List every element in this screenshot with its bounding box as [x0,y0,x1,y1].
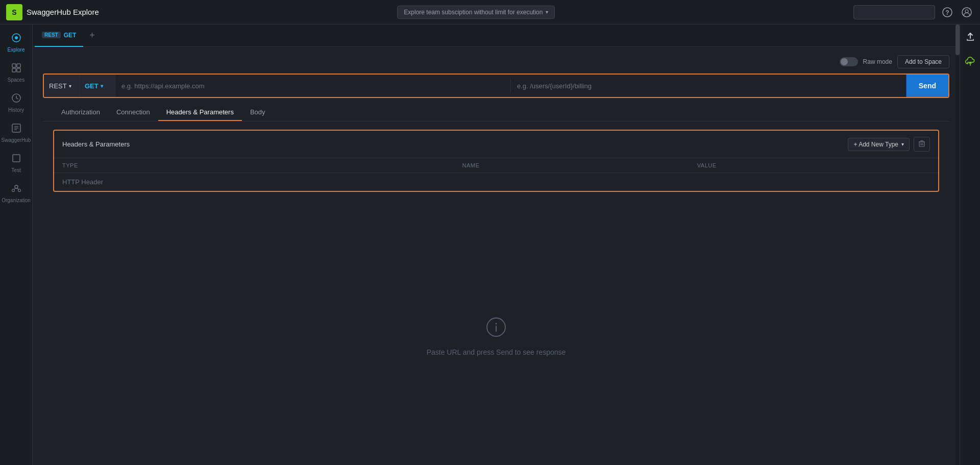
add-new-type-button[interactable]: + Add New Type ▾ [848,138,910,151]
sidebar-item-explore-label: Explore [8,47,25,53]
tab-rest-badge: REST [42,32,61,38]
user-button[interactable] [960,5,974,19]
svg-rect-7 [17,64,20,67]
app-title: SwaggerHub Explore [27,8,99,16]
response-text: Paste URL and press Send to see response [427,348,566,356]
topbar-center: Explore team subsciption without limit f… [105,6,847,19]
svg-point-27 [496,323,497,325]
svg-rect-15 [13,155,20,162]
add-to-space-button[interactable]: Add to Space [897,55,949,68]
request-area: Raw mode Add to Space REST ▾ GET ▾ Send [33,47,960,208]
scrollbar-thumb[interactable] [955,25,960,55]
response-icon [486,317,506,342]
svg-point-16 [15,185,18,188]
col-value: Value [689,158,938,173]
svg-rect-8 [12,68,16,72]
help-button[interactable]: ? [940,5,954,19]
cloud-icon[interactable] [962,54,978,72]
sidebar-item-history[interactable]: History [2,89,31,117]
topbar-right: ? [853,5,974,19]
method-dropdown[interactable]: GET ▾ [80,75,115,97]
url-input[interactable] [115,75,510,97]
logo-icon: S [6,4,22,20]
help-icon: ? [942,7,952,17]
search-input-topbar[interactable] [853,5,935,19]
sidebar-item-spaces[interactable]: Spaces [2,59,31,87]
row-type: HTTP Header [54,173,454,191]
logo-letter: S [12,8,16,16]
tab-body[interactable]: Body [242,104,274,121]
svg-point-17 [12,189,14,192]
sidebar-item-organization-label: Organization [2,198,31,203]
svg-rect-6 [12,64,16,67]
tabs-bar: REST GET + [33,25,960,47]
sidebar-item-organization[interactable]: Organization [2,179,31,207]
protocol-selected: REST [49,82,67,90]
delete-button[interactable] [914,137,930,152]
col-name: Name [454,158,689,173]
method-chevron-icon: ▾ [101,83,103,89]
tab-authorization[interactable]: Authorization [53,104,108,121]
tab-headers-params[interactable]: Headers & Parameters [158,104,242,121]
path-input[interactable] [511,75,906,97]
response-area: Paste URL and press Send to see response [33,208,960,465]
raw-mode-toggle[interactable] [840,57,858,66]
right-edge [960,25,980,465]
scrollbar-track[interactable] [955,25,960,465]
table-row: HTTP Header [54,173,938,191]
sidebar-item-swaggerhub-label: SwaggerHub [2,137,31,143]
add-type-chevron-icon: ▾ [901,141,904,147]
organization-icon [11,183,21,196]
tab-method-label: GET [64,32,77,39]
sidebar-item-history-label: History [8,107,24,113]
sidebar-item-test-label: Test [11,167,20,173]
logo: S SwaggerHub Explore [6,4,99,20]
add-new-type-label: + Add New Type [853,141,898,148]
explore-icon [11,33,21,45]
raw-mode-label: Raw mode [863,58,892,65]
params-table: Type Name Value HTTP Header [54,158,938,191]
main-content: REST GET + Raw mode Add to Space REST ▾ … [33,25,960,465]
svg-rect-20 [920,140,923,141]
sidebar-item-explore[interactable]: Explore [2,29,31,57]
swaggerhub-icon [11,123,21,136]
panel-actions: + Add New Type ▾ [848,137,930,152]
main-layout: Explore Spaces History [0,25,980,465]
sidebar-item-test[interactable]: Test [2,149,31,177]
panel-title: Headers & Parameters [62,140,130,148]
col-type: Type [54,158,454,173]
subscription-badge[interactable]: Explore team subsciption without limit f… [397,6,555,19]
add-tab-button[interactable]: + [83,30,101,41]
protocol-dropdown[interactable]: REST ▾ [44,75,80,97]
sidebar-item-spaces-label: Spaces [8,77,24,83]
svg-point-3 [965,10,968,13]
svg-text:?: ? [945,9,949,16]
row-name [454,173,689,191]
send-button[interactable]: Send [906,75,948,97]
trash-icon [918,140,925,147]
spaces-icon [11,63,21,76]
chevron-down-icon: ▾ [546,9,548,15]
sidebar: Explore Spaces History [0,25,33,465]
panel-header: Headers & Parameters + Add New Type ▾ [54,131,938,158]
tab-connection[interactable]: Connection [108,104,158,121]
subscription-text: Explore team subsciption without limit f… [404,9,543,16]
topbar: S SwaggerHub Explore Explore team subsci… [0,0,980,25]
protocol-chevron-icon: ▾ [69,83,71,89]
method-selected: GET [85,82,99,90]
history-icon [11,93,21,106]
user-icon [962,7,972,17]
row-value [689,173,938,191]
sidebar-item-swaggerhub[interactable]: SwaggerHub [2,119,31,147]
request-toolbar: Raw mode Add to Space [43,55,949,68]
upload-icon[interactable] [962,29,978,47]
headers-params-panel: Headers & Parameters + Add New Type ▾ [53,130,939,192]
svg-point-5 [15,36,18,39]
url-bar: REST ▾ GET ▾ Send [43,74,949,98]
test-icon [11,153,21,166]
main-tab[interactable]: REST GET [35,25,83,47]
svg-rect-9 [17,68,20,72]
sub-tabs: Authorization Connection Headers & Param… [43,104,949,121]
